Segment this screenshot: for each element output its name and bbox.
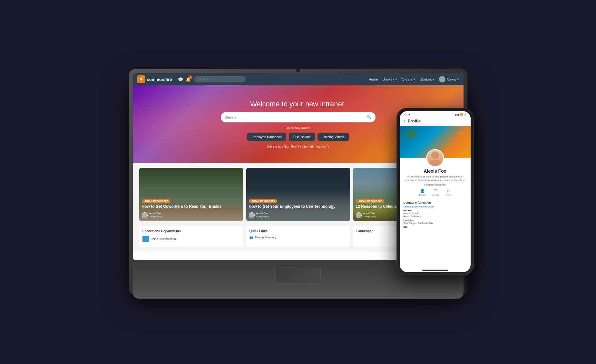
phone-time: 10:26 <box>404 113 410 116</box>
contact-section: Contact Information sales@axerosolutions… <box>404 201 467 228</box>
bio-label: Bio <box>404 225 467 228</box>
card-avatar-1 <box>249 212 255 218</box>
card-title-0: How to Get Coworkers to Read Your Emails <box>142 204 240 209</box>
wifi-icon: 📶 <box>460 113 463 116</box>
signal-icon: ▮▮▮ <box>455 113 459 116</box>
card-author-0: Alexis Fox 4 days ago <box>142 212 240 218</box>
card-tag-0: HUMAN RESOURCES <box>142 199 171 203</box>
fish-decoration <box>458 131 464 135</box>
links-title: Quick Links <box>249 229 347 233</box>
phone-status-bar: 10:26 ▮▮▮ 📶 🔋 <box>400 111 471 117</box>
phone-profile-picture <box>426 149 444 167</box>
employee-handbook-button[interactable]: Employee Handbook <box>247 133 286 141</box>
more-tab-icon: ⚙ <box>446 189 450 193</box>
hero-title: Welcome to your new intranet. <box>250 100 346 108</box>
nav-right: Home Browse ▾ Create ▾ Spaces ▾ <box>368 76 459 82</box>
phone-number: 444-333-5445 <box>404 212 467 215</box>
laptop-notch <box>296 69 300 72</box>
card-author-1: Alexis Fox 4 days ago <box>249 212 347 218</box>
nav-search-input[interactable] <box>194 76 246 82</box>
company-name: Axero Solutions <box>404 215 467 218</box>
quick-nav-label: Quick Navigation <box>286 126 310 129</box>
card-author-info-0: Alexis Fox 4 days ago <box>149 212 162 218</box>
activity-tab-icon: ☰ <box>434 189 437 193</box>
phone-profile-tabs: 👤 Profile ☰ Activity ⚙ More <box>404 189 467 198</box>
laptop-trackpad[interactable] <box>276 266 321 283</box>
phone-status-icons: ▮▮▮ 📶 🔋 <box>455 113 467 116</box>
profile-face <box>427 150 443 166</box>
phone-back-button[interactable]: ‹ <box>404 118 405 124</box>
spaces-item-0[interactable]: Sales Collaboration <box>142 235 240 243</box>
hero-search-bar[interactable]: 🔍 <box>221 112 376 122</box>
phone-cover <box>400 126 471 158</box>
phone-label: Phone <box>404 209 467 212</box>
phone-tab-more[interactable]: ⚙ More <box>446 189 451 196</box>
hero-question: Have a question that we can help you wit… <box>267 145 329 148</box>
card-author-info-1: Alexis Fox 4 days ago <box>256 212 269 218</box>
phone-screen: 10:26 ▮▮▮ 📶 🔋 ‹ Profile <box>400 111 471 272</box>
contact-title: Contact Information <box>404 201 467 204</box>
profile-dept: Human Resources <box>404 183 467 186</box>
profile-name: Alexis Fox <box>404 168 467 174</box>
training-videos-button[interactable]: Training Videos <box>318 133 349 141</box>
article-card-0[interactable]: HUMAN RESOURCES How to Get Coworkers to … <box>139 168 243 221</box>
nav-icons: 💬 🔔 1 <box>178 77 191 82</box>
article-card-1[interactable]: HUMAN RESOURCES How to Get Your Employee… <box>246 168 350 221</box>
battery-icon: 🔋 <box>464 113 467 116</box>
profile-bio: I'm excited to be able to help people ac… <box>404 175 467 182</box>
phone-tab-activity[interactable]: ☰ Activity <box>432 189 439 196</box>
card-content-0: HUMAN RESOURCES How to Get Coworkers to … <box>139 195 243 221</box>
logo-area: ✳ communifire <box>137 75 172 83</box>
card-tag-2: HUMAN RESOURCES <box>356 199 385 203</box>
profile-tab-label: Profile <box>419 194 426 196</box>
card-avatar-0 <box>142 212 148 218</box>
communifire-logo-icon: ✳ <box>137 75 145 83</box>
phone-page-title: Profile <box>408 119 421 123</box>
card-content-1: HUMAN RESOURCES How to Get Your Employee… <box>246 195 350 221</box>
spaces-item-icon <box>142 236 149 242</box>
discussions-button[interactable]: Discussions <box>289 133 315 141</box>
search-icon: 🔍 <box>367 115 372 120</box>
spaces-section: Spaces and Departments Sales Collaborati… <box>139 226 243 246</box>
profile-tab-icon: 👤 <box>420 189 425 193</box>
phone-header: ‹ Profile <box>400 117 471 126</box>
hero-search-input[interactable] <box>225 115 367 119</box>
turtle-decoration <box>403 127 419 141</box>
card-title-1: How to Get Your Employees to Use Technol… <box>249 204 347 209</box>
phone-home-indicator[interactable] <box>422 270 448 271</box>
card-avatar-2 <box>356 212 362 218</box>
card-author-info-2: Alexis Fox 4 days ago <box>363 212 376 218</box>
top-navigation: ✳ communifire 💬 🔔 1 Home <box>133 73 464 85</box>
user-avatar <box>439 76 445 82</box>
location-value: San Diego , California,CA <box>404 222 467 225</box>
quick-nav-buttons: Employee Handbook Discussions Training V… <box>247 133 349 141</box>
notification-icon[interactable]: 🔔 1 <box>186 77 191 82</box>
browse-nav-item[interactable]: Browse ▾ <box>383 77 397 81</box>
contact-email[interactable]: sales@axerosolutions.com <box>404 205 467 208</box>
phone-body: Alexis Fox I'm excited to be able to hel… <box>400 158 471 268</box>
location-label: Location <box>404 219 467 222</box>
spaces-title: Spaces and Departments <box>142 229 240 233</box>
logo-text: communifire <box>147 77 172 82</box>
create-nav-item[interactable]: Create ▾ <box>402 77 415 81</box>
more-tab-label: More <box>446 194 451 196</box>
spaces-nav-item[interactable]: Spaces ▾ <box>420 77 435 81</box>
phone-device: 10:26 ▮▮▮ 📶 🔋 ‹ Profile <box>396 108 474 275</box>
notification-badge: 1 <box>189 75 192 79</box>
people-icon: 👥 <box>249 236 253 239</box>
user-menu[interactable]: Alexis ▾ <box>439 76 459 82</box>
home-nav-item[interactable]: Home <box>368 77 378 81</box>
quick-links-section: Quick Links 👥 People Directory <box>246 226 350 246</box>
chat-icon[interactable]: 💬 <box>178 77 183 82</box>
activity-tab-label: Activity <box>432 194 439 196</box>
links-item-0[interactable]: 👥 People Directory <box>249 235 347 240</box>
phone-tab-profile[interactable]: 👤 Profile <box>419 189 426 196</box>
card-tag-1: HUMAN RESOURCES <box>249 199 278 203</box>
